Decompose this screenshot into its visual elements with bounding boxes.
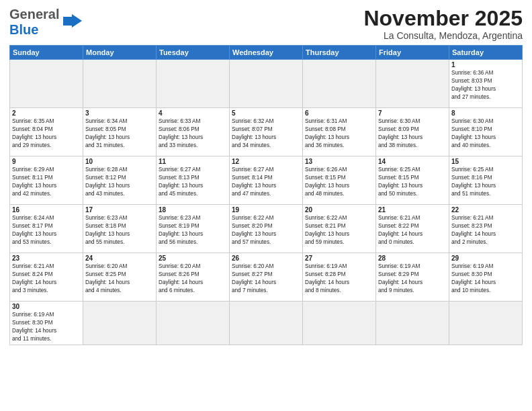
header-tuesday: Tuesday: [157, 46, 230, 60]
day-number: 18: [159, 206, 227, 214]
day-number: 2: [12, 109, 81, 117]
table-row: 25Sunrise: 6:20 AMSunset: 8:26 PMDayligh…: [157, 253, 230, 302]
table-row: 1Sunrise: 6:36 AMSunset: 8:03 PMDaylight…: [449, 60, 523, 108]
day-number: 20: [305, 206, 373, 214]
logo-general-text: General: [9, 7, 59, 22]
day-info: Sunrise: 6:19 AMSunset: 8:28 PMDaylight:…: [305, 263, 373, 295]
day-number: 26: [232, 255, 300, 262]
table-row: 4Sunrise: 6:33 AMSunset: 8:06 PMDaylight…: [157, 108, 230, 156]
day-number: 12: [232, 158, 300, 165]
table-row: 28Sunrise: 6:19 AMSunset: 8:29 PMDayligh…: [376, 253, 449, 302]
table-row: 10Sunrise: 6:28 AMSunset: 8:12 PMDayligh…: [83, 156, 157, 205]
day-number: 24: [85, 255, 154, 262]
day-number: 3: [85, 109, 154, 117]
header: General Blue November 2025 La Consulta, …: [9, 7, 523, 41]
day-info: Sunrise: 6:29 AMSunset: 8:11 PMDaylight:…: [12, 166, 81, 198]
day-info: Sunrise: 6:23 AMSunset: 8:19 PMDaylight:…: [159, 214, 227, 246]
day-number: 10: [85, 158, 154, 165]
day-number: 7: [378, 109, 447, 117]
calendar-table: Sunday Monday Tuesday Wednesday Thursday…: [9, 45, 523, 345]
logo: General Blue: [9, 7, 82, 38]
day-number: 22: [451, 206, 520, 214]
logo-icon: [63, 11, 82, 33]
day-number: 29: [451, 255, 520, 262]
day-info: Sunrise: 6:30 AMSunset: 8:09 PMDaylight:…: [378, 118, 447, 150]
table-row: [230, 60, 303, 108]
day-info: Sunrise: 6:25 AMSunset: 8:15 PMDaylight:…: [378, 166, 447, 198]
table-row: 23Sunrise: 6:21 AMSunset: 8:24 PMDayligh…: [10, 253, 83, 302]
day-number: 11: [159, 158, 227, 165]
table-row: 7Sunrise: 6:30 AMSunset: 8:09 PMDaylight…: [376, 108, 449, 156]
table-row: [376, 302, 449, 345]
table-row: [10, 60, 83, 108]
day-info: Sunrise: 6:20 AMSunset: 8:25 PMDaylight:…: [85, 263, 154, 295]
table-row: [303, 60, 376, 108]
day-info: Sunrise: 6:21 AMSunset: 8:22 PMDaylight:…: [378, 214, 447, 246]
day-number: 25: [159, 255, 227, 262]
header-thursday: Thursday: [303, 46, 376, 60]
table-row: 26Sunrise: 6:20 AMSunset: 8:27 PMDayligh…: [230, 253, 303, 302]
table-row: 17Sunrise: 6:23 AMSunset: 8:18 PMDayligh…: [83, 205, 157, 253]
table-row: 20Sunrise: 6:22 AMSunset: 8:21 PMDayligh…: [303, 205, 376, 253]
day-info: Sunrise: 6:28 AMSunset: 8:12 PMDaylight:…: [85, 166, 154, 198]
header-friday: Friday: [376, 46, 449, 60]
table-row: 14Sunrise: 6:25 AMSunset: 8:15 PMDayligh…: [376, 156, 449, 205]
table-row: 18Sunrise: 6:23 AMSunset: 8:19 PMDayligh…: [157, 205, 230, 253]
day-number: 15: [451, 158, 520, 165]
day-number: 14: [378, 158, 447, 165]
table-row: 24Sunrise: 6:20 AMSunset: 8:25 PMDayligh…: [83, 253, 157, 302]
table-row: 12Sunrise: 6:27 AMSunset: 8:14 PMDayligh…: [230, 156, 303, 205]
day-info: Sunrise: 6:19 AMSunset: 8:29 PMDaylight:…: [378, 263, 447, 295]
table-row: [83, 302, 157, 345]
table-row: 21Sunrise: 6:21 AMSunset: 8:22 PMDayligh…: [376, 205, 449, 253]
table-row: 19Sunrise: 6:22 AMSunset: 8:20 PMDayligh…: [230, 205, 303, 253]
day-number: 19: [232, 206, 300, 214]
header-wednesday: Wednesday: [230, 46, 303, 60]
table-row: [83, 60, 157, 108]
day-info: Sunrise: 6:24 AMSunset: 8:17 PMDaylight:…: [12, 214, 81, 246]
day-info: Sunrise: 6:27 AMSunset: 8:13 PMDaylight:…: [159, 166, 227, 198]
table-row: [449, 302, 523, 345]
day-info: Sunrise: 6:35 AMSunset: 8:04 PMDaylight:…: [12, 118, 81, 150]
table-row: [230, 302, 303, 345]
day-number: 28: [378, 255, 447, 262]
day-info: Sunrise: 6:32 AMSunset: 8:07 PMDaylight:…: [232, 118, 300, 150]
page: General Blue November 2025 La Consulta, …: [0, 0, 532, 411]
day-info: Sunrise: 6:27 AMSunset: 8:14 PMDaylight:…: [232, 166, 300, 198]
day-number: 6: [305, 109, 373, 117]
header-sunday: Sunday: [10, 46, 83, 60]
table-row: 27Sunrise: 6:19 AMSunset: 8:28 PMDayligh…: [303, 253, 376, 302]
day-info: Sunrise: 6:33 AMSunset: 8:06 PMDaylight:…: [159, 118, 227, 150]
header-saturday: Saturday: [449, 46, 523, 60]
table-row: 29Sunrise: 6:19 AMSunset: 8:30 PMDayligh…: [449, 253, 523, 302]
day-number: 8: [451, 109, 520, 117]
day-info: Sunrise: 6:30 AMSunset: 8:10 PMDaylight:…: [451, 118, 520, 150]
table-row: [303, 302, 376, 345]
day-number: 9: [12, 158, 81, 165]
day-number: 30: [12, 303, 81, 310]
table-row: [376, 60, 449, 108]
day-number: 5: [232, 109, 300, 117]
day-number: 16: [12, 206, 81, 214]
table-row: 30Sunrise: 6:19 AMSunset: 8:30 PMDayligh…: [10, 302, 83, 345]
table-row: 3Sunrise: 6:34 AMSunset: 8:05 PMDaylight…: [83, 108, 157, 156]
table-row: 11Sunrise: 6:27 AMSunset: 8:13 PMDayligh…: [157, 156, 230, 205]
table-row: 22Sunrise: 6:21 AMSunset: 8:23 PMDayligh…: [449, 205, 523, 253]
day-info: Sunrise: 6:21 AMSunset: 8:23 PMDaylight:…: [451, 214, 520, 246]
table-row: 5Sunrise: 6:32 AMSunset: 8:07 PMDaylight…: [230, 108, 303, 156]
day-number: 23: [12, 255, 81, 262]
day-info: Sunrise: 6:26 AMSunset: 8:15 PMDaylight:…: [305, 166, 373, 198]
day-info: Sunrise: 6:19 AMSunset: 8:30 PMDaylight:…: [12, 311, 81, 343]
day-info: Sunrise: 6:31 AMSunset: 8:08 PMDaylight:…: [305, 118, 373, 150]
table-row: 9Sunrise: 6:29 AMSunset: 8:11 PMDaylight…: [10, 156, 83, 205]
logo-blue-text: Blue: [9, 22, 38, 38]
day-info: Sunrise: 6:36 AMSunset: 8:03 PMDaylight:…: [451, 69, 520, 101]
day-info: Sunrise: 6:19 AMSunset: 8:30 PMDaylight:…: [451, 263, 520, 295]
day-number: 1: [451, 61, 520, 68]
table-row: [157, 60, 230, 108]
day-info: Sunrise: 6:23 AMSunset: 8:18 PMDaylight:…: [85, 214, 154, 246]
day-number: 17: [85, 206, 154, 214]
svg-rect-0: [63, 17, 72, 26]
day-info: Sunrise: 6:25 AMSunset: 8:16 PMDaylight:…: [451, 166, 520, 198]
page-title: November 2025: [363, 7, 523, 30]
